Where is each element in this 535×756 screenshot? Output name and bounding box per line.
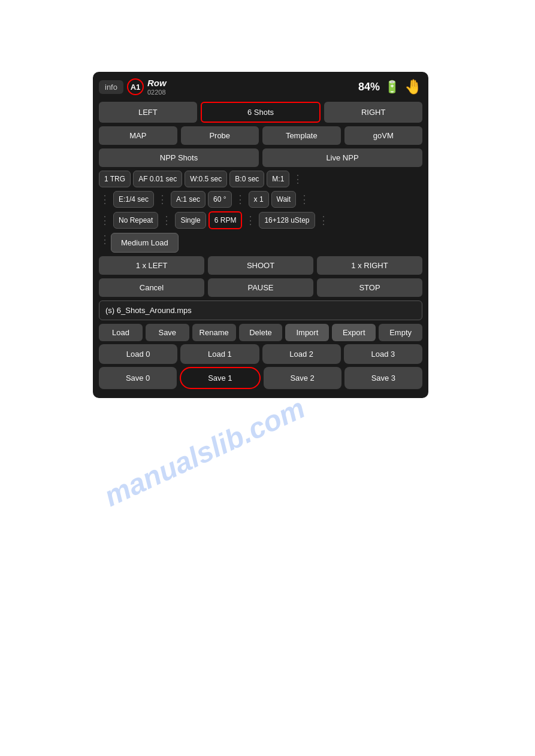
param-dots-4: ⋮ bbox=[235, 193, 246, 206]
map-button[interactable]: MAP bbox=[99, 126, 177, 145]
file-name-row: (s) 6_Shots_Around.mps bbox=[99, 300, 422, 320]
save0-button[interactable]: Save 0 bbox=[99, 367, 177, 389]
shots-button[interactable]: 6 Shots bbox=[201, 102, 321, 123]
row-info: Row 02208 bbox=[147, 78, 167, 96]
one-x-left-button[interactable]: 1 x LEFT bbox=[99, 256, 204, 275]
save-fileop-button[interactable]: Save bbox=[146, 324, 189, 341]
load-fileop-button[interactable]: Load bbox=[99, 324, 143, 341]
watermark: manualslib.com bbox=[99, 391, 310, 513]
medium-load-button[interactable]: Medium Load bbox=[111, 233, 179, 253]
row-sub: 02208 bbox=[147, 89, 167, 96]
right-button[interactable]: RIGHT bbox=[324, 102, 422, 123]
load1-button[interactable]: Load 1 bbox=[180, 344, 259, 364]
empty-fileop-button[interactable]: Empty bbox=[379, 324, 422, 341]
govm-button[interactable]: goVM bbox=[344, 126, 423, 145]
m-button[interactable]: M:1 bbox=[267, 171, 289, 187]
af-button[interactable]: AF 0.01 sec bbox=[133, 171, 182, 187]
action-row-1: 1 x LEFT SHOOT 1 x RIGHT bbox=[99, 256, 422, 275]
medium-load-row: ⋮ Medium Load bbox=[99, 233, 422, 253]
save1-button[interactable]: Save 1 bbox=[180, 367, 260, 389]
stop-button[interactable]: STOP bbox=[317, 278, 422, 297]
delete-fileop-button[interactable]: Delete bbox=[239, 324, 283, 341]
battery-area: 84% 🔋 🤚 bbox=[358, 78, 422, 95]
info-button[interactable]: info bbox=[99, 80, 123, 94]
left-button[interactable]: LEFT bbox=[99, 102, 197, 123]
save2-button[interactable]: Save 2 bbox=[264, 367, 341, 389]
param-dots-8: ⋮ bbox=[245, 214, 256, 227]
cancel-button[interactable]: Cancel bbox=[99, 278, 204, 297]
a1-button[interactable]: A1 bbox=[127, 78, 144, 95]
action-row-2: Cancel PAUSE STOP bbox=[99, 278, 422, 297]
shoot-button[interactable]: SHOOT bbox=[208, 256, 313, 275]
param-dots-10: ⋮ bbox=[99, 233, 110, 253]
load0-button[interactable]: Load 0 bbox=[99, 344, 177, 364]
pause-button[interactable]: PAUSE bbox=[208, 278, 313, 297]
rpm-button[interactable]: 6 RPM bbox=[208, 211, 243, 229]
e-button[interactable]: E:1/4 sec bbox=[113, 191, 154, 208]
main-panel: info A1 Row 02208 84% 🔋 🤚 LEFT 6 Shots R… bbox=[93, 72, 428, 398]
import-fileop-button[interactable]: Import bbox=[285, 324, 329, 341]
deg-button[interactable]: 60 ° bbox=[208, 191, 231, 208]
save-row: Save 0 Save 1 Save 2 Save 3 bbox=[99, 367, 422, 389]
param-dots-1: ⋮ bbox=[292, 172, 303, 186]
template-button[interactable]: Template bbox=[262, 126, 341, 145]
ustep-button[interactable]: 16+128 uStep bbox=[259, 212, 315, 229]
probe-button[interactable]: Probe bbox=[181, 126, 259, 145]
nav-row-3: NPP Shots Live NPP bbox=[99, 148, 422, 167]
header-row: info A1 Row 02208 84% 🔋 🤚 bbox=[99, 78, 422, 96]
b-button[interactable]: B:0 sec bbox=[229, 171, 264, 187]
battery-percent: 84% bbox=[358, 81, 380, 93]
rename-fileop-button[interactable]: Rename bbox=[192, 324, 236, 341]
w-button[interactable]: W:0.5 sec bbox=[185, 171, 227, 187]
nav-row-2: MAP Probe Template goVM bbox=[99, 126, 422, 145]
row-label: Row bbox=[147, 78, 167, 88]
file-ops-row: Load Save Rename Delete Import Export Em… bbox=[99, 324, 422, 341]
hand-icon: 🤚 bbox=[404, 78, 422, 95]
param-dots-6: ⋮ bbox=[99, 214, 110, 227]
param-row-3: ⋮ No Repeat ⋮ Single 6 RPM ⋮ 16+128 uSte… bbox=[99, 211, 422, 229]
param-row-2: ⋮ E:1/4 sec ⋮ A:1 sec 60 ° ⋮ x 1 Wait ⋮ bbox=[99, 191, 422, 208]
nav-row-1: LEFT 6 Shots RIGHT bbox=[99, 102, 422, 123]
param-row-1: 1 TRG AF 0.01 sec W:0.5 sec B:0 sec M:1 … bbox=[99, 171, 422, 187]
one-x-right-button[interactable]: 1 x RIGHT bbox=[317, 256, 422, 275]
battery-icon: 🔋 bbox=[385, 80, 400, 94]
param-dots-9: ⋮ bbox=[318, 214, 329, 227]
a-button[interactable]: A:1 sec bbox=[171, 191, 205, 208]
param-dots-2: ⋮ bbox=[99, 193, 110, 206]
trg-button[interactable]: 1 TRG bbox=[99, 171, 131, 187]
load2-button[interactable]: Load 2 bbox=[262, 344, 341, 364]
x-button[interactable]: x 1 bbox=[249, 191, 269, 208]
file-name-label: (s) 6_Shots_Around.mps bbox=[105, 306, 192, 315]
npp-shots-button[interactable]: NPP Shots bbox=[99, 148, 259, 167]
param-dots-5: ⋮ bbox=[299, 193, 310, 206]
load3-button[interactable]: Load 3 bbox=[344, 344, 422, 364]
no-repeat-button[interactable]: No Repeat bbox=[113, 212, 158, 229]
param-dots-3: ⋮ bbox=[157, 193, 168, 206]
param-dots-7: ⋮ bbox=[161, 214, 172, 227]
load-row: Load 0 Load 1 Load 2 Load 3 bbox=[99, 344, 422, 364]
single-button[interactable]: Single bbox=[175, 212, 205, 229]
wait-button[interactable]: Wait bbox=[271, 191, 297, 208]
live-npp-button[interactable]: Live NPP bbox=[262, 148, 422, 167]
save3-button[interactable]: Save 3 bbox=[344, 367, 422, 389]
export-fileop-button[interactable]: Export bbox=[332, 324, 376, 341]
